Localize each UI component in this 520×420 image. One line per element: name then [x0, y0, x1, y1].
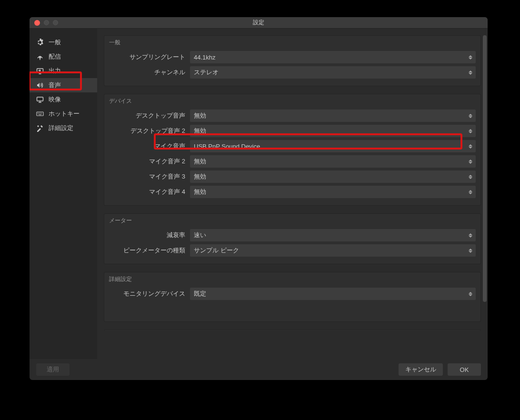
section-title-meter: メーター: [104, 214, 480, 229]
section-general: 一般 サンプリングレート 44.1khz チャンネル: [104, 35, 481, 86]
section-advanced: 詳細設定 モニタリングデバイス 既定: [104, 272, 481, 322]
label-desktop-audio-2: デスクトップ音声 2: [104, 127, 190, 135]
sidebar-item-hotkeys[interactable]: ホットキー: [30, 107, 97, 121]
select-peak-meter-type[interactable]: サンプル ピーク: [190, 244, 476, 257]
svg-point-0: [40, 57, 40, 58]
gear-icon: [36, 39, 44, 46]
sidebar-item-advanced[interactable]: 詳細設定: [30, 121, 97, 135]
section-devices: デバイス デスクトップ音声 無効 デスクトップ音声 2 無効 マイク音声 USB…: [104, 94, 481, 206]
apply-button[interactable]: 適用: [36, 363, 70, 376]
sidebar-item-label: 配信: [49, 52, 61, 61]
stepper-icon: [467, 230, 474, 240]
titlebar: 設定: [30, 17, 488, 29]
sidebar-item-label: 音声: [49, 81, 61, 90]
sidebar-item-label: 出力: [49, 67, 61, 75]
broadcast-icon: [36, 53, 44, 60]
output-icon: [36, 67, 44, 75]
label-desktop-audio: デスクトップ音声: [104, 111, 190, 120]
label-mic-audio-2: マイク音声 2: [104, 157, 190, 166]
section-title-advanced: 詳細設定: [104, 272, 480, 287]
sidebar-item-label: 映像: [49, 95, 61, 104]
section-title-general: 一般: [104, 36, 480, 50]
select-monitoring-device[interactable]: 既定: [190, 288, 476, 300]
select-decay-rate[interactable]: 速い: [190, 229, 476, 241]
label-peak-meter-type: ピークメーターの種類: [104, 246, 190, 255]
cancel-button[interactable]: キャンセル: [399, 363, 443, 376]
label-monitoring-device: モニタリングデバイス: [104, 290, 190, 298]
sidebar-item-video[interactable]: 映像: [30, 92, 97, 107]
svg-rect-2: [37, 97, 43, 101]
sidebar-item-label: ホットキー: [49, 110, 80, 118]
select-mic-audio-4[interactable]: 無効: [190, 186, 476, 198]
stepper-icon: [467, 111, 474, 120]
stepper-icon: [467, 187, 474, 197]
tools-icon: [36, 124, 44, 132]
sidebar: 一般 配信 出力 音声: [30, 29, 97, 359]
label-sample-rate: サンプリングレート: [104, 53, 190, 61]
monitor-icon: [36, 96, 44, 103]
select-desktop-audio-2[interactable]: 無効: [190, 125, 476, 137]
sidebar-item-stream[interactable]: 配信: [30, 50, 97, 64]
label-channel: チャンネル: [104, 68, 190, 77]
ok-button[interactable]: OK: [448, 363, 481, 376]
sidebar-item-output[interactable]: 出力: [30, 64, 97, 78]
label-decay-rate: 減衰率: [104, 231, 190, 240]
select-channel[interactable]: ステレオ: [190, 66, 476, 79]
select-sample-rate[interactable]: 44.1khz: [190, 51, 476, 63]
stepper-icon: [467, 141, 474, 151]
label-mic-audio-3: マイク音声 3: [104, 172, 190, 181]
sidebar-item-audio[interactable]: 音声: [30, 78, 97, 92]
sidebar-item-label: 詳細設定: [49, 124, 73, 132]
select-mic-audio[interactable]: USB PnP Sound Device: [190, 140, 476, 152]
label-mic-audio: マイク音声: [104, 142, 190, 150]
label-mic-audio-4: マイク音声 4: [104, 188, 190, 196]
stepper-icon: [467, 52, 474, 62]
keyboard-icon: [36, 110, 44, 118]
stepper-icon: [467, 126, 474, 136]
speaker-icon: [36, 81, 44, 89]
scrollbar-thumb[interactable]: [483, 35, 487, 302]
section-meter: メーター 減衰率 速い ピークメーターの種類 サンプル ピーク: [104, 213, 481, 264]
stepper-icon: [467, 68, 474, 77]
window-title: 設定: [30, 19, 488, 27]
sidebar-item-label: 一般: [49, 38, 61, 47]
scrollbar[interactable]: [483, 35, 487, 359]
select-mic-audio-2[interactable]: 無効: [190, 155, 476, 168]
stepper-icon: [467, 157, 474, 166]
section-title-hotkey: ホットキー: [104, 330, 480, 330]
settings-window: 設定 一般 配信 出力: [30, 17, 488, 380]
stepper-icon: [467, 246, 474, 255]
sidebar-item-general[interactable]: 一般: [30, 35, 97, 50]
section-title-devices: デバイス: [104, 94, 480, 109]
select-mic-audio-3[interactable]: 無効: [190, 170, 476, 183]
stepper-icon: [467, 289, 474, 299]
content-pane: 一般 サンプリングレート 44.1khz チャンネル: [97, 29, 488, 359]
footer: 適用 キャンセル OK: [30, 359, 488, 380]
stepper-icon: [467, 172, 474, 181]
select-desktop-audio[interactable]: 無効: [190, 110, 476, 122]
section-hotkey: ホットキー NDI™ Source プッシュ-ミュートを有効にする プッシュ-ミ…: [104, 330, 481, 330]
